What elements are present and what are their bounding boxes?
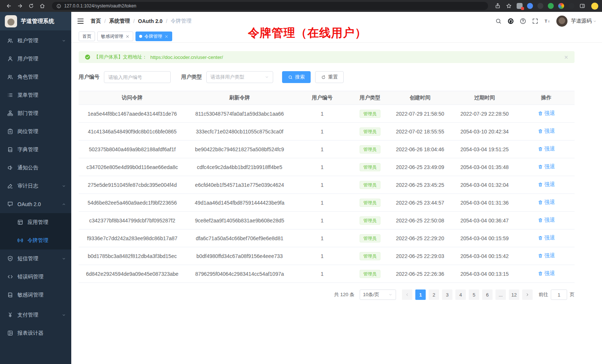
font-size-icon[interactable]: TT bbox=[541, 15, 553, 27]
sidebar-item-label: 审计日志 bbox=[17, 183, 58, 189]
layout-icon bbox=[7, 330, 13, 336]
sidebar-item-post[interactable]: 岗位管理 bbox=[0, 122, 71, 140]
breadcrumb-system[interactable]: 系统管理 bbox=[109, 18, 130, 24]
page-button-1[interactable]: 1 bbox=[415, 289, 426, 300]
menu-fold-icon[interactable] bbox=[76, 17, 85, 25]
site-info-icon[interactable] bbox=[56, 4, 61, 9]
book-icon bbox=[7, 146, 13, 153]
refresh-token-cell: be90422b8c7946218275a508bf524fc9 bbox=[186, 140, 294, 158]
more-pages-button[interactable]: ... bbox=[495, 289, 506, 300]
user-id-cell: 1 bbox=[293, 158, 351, 176]
sidebar-item-oauth2-token[interactable]: 令牌管理 bbox=[0, 231, 71, 249]
forward-icon[interactable] bbox=[15, 1, 25, 11]
sidebar-item-pay[interactable]: 支付管理 bbox=[0, 306, 71, 324]
page-button-2[interactable]: 2 bbox=[429, 289, 439, 300]
refresh-token-cell: 9ce8ef2aa9f14056b831ae9b608e28d5 bbox=[186, 212, 294, 229]
browser-profile-avatar[interactable] bbox=[591, 3, 598, 10]
user-type-cell: 管理员 bbox=[351, 140, 389, 158]
page-button-4[interactable]: 4 bbox=[455, 289, 466, 300]
force-logout-button[interactable]: 强退 bbox=[538, 163, 555, 170]
address-bar[interactable]: 127.0.0.1:1024/system/oauth2/token bbox=[52, 2, 488, 10]
close-icon[interactable] bbox=[125, 34, 130, 39]
bookmark-star-icon[interactable] bbox=[504, 1, 514, 11]
user-id-cell: 1 bbox=[293, 247, 351, 265]
share-icon[interactable] bbox=[493, 1, 503, 11]
page-button-12[interactable]: 12 bbox=[509, 289, 519, 300]
tab-home[interactable]: 首页 bbox=[79, 32, 95, 41]
sidebar-item-menu[interactable]: 菜单管理 bbox=[0, 86, 71, 104]
actions-cell: 强退 bbox=[518, 265, 575, 283]
sidebar-item-dept[interactable]: 部门管理 bbox=[0, 104, 71, 122]
yen-icon bbox=[7, 312, 13, 318]
reset-button[interactable]: 重置 bbox=[315, 71, 344, 83]
sidebar-item-report-designer[interactable]: 报表设计器 bbox=[0, 324, 71, 342]
user-name[interactable]: 芋道源码 bbox=[571, 18, 592, 24]
doc-link[interactable]: https://doc.iocoder.cn/user-center/ bbox=[150, 54, 223, 60]
user-type-cell: 管理员 bbox=[351, 229, 389, 247]
chevron-down-icon[interactable] bbox=[593, 19, 597, 23]
user-id-input[interactable] bbox=[104, 71, 171, 83]
force-logout-button[interactable]: 强退 bbox=[538, 110, 555, 117]
next-page-button[interactable] bbox=[522, 289, 533, 300]
fullscreen-icon[interactable] bbox=[529, 15, 541, 27]
page-button-3[interactable]: 3 bbox=[442, 289, 452, 300]
close-icon[interactable] bbox=[564, 55, 569, 60]
code-icon bbox=[7, 274, 13, 280]
side-panel-icon[interactable] bbox=[577, 1, 588, 11]
tab-token[interactable]: 令牌管理 bbox=[135, 32, 172, 41]
sidebar-item-role[interactable]: 角色管理 bbox=[0, 68, 71, 86]
page-button-5[interactable]: 5 bbox=[469, 289, 479, 300]
extension-icon-3[interactable] bbox=[537, 3, 543, 9]
force-logout-button[interactable]: 强退 bbox=[538, 199, 555, 206]
force-logout-button[interactable]: 强退 bbox=[538, 146, 555, 152]
close-icon[interactable] bbox=[164, 34, 169, 39]
search-button-label: 搜索 bbox=[295, 74, 305, 80]
app-icon bbox=[17, 219, 23, 225]
sidebar-item-notice[interactable]: 通知公告 bbox=[0, 159, 71, 177]
sidebar-item-audit-log[interactable]: 审计日志 bbox=[0, 177, 71, 195]
help-icon[interactable] bbox=[517, 15, 529, 27]
breadcrumb-oauth2[interactable]: OAuth 2.0 bbox=[138, 18, 163, 24]
sidebar-item-tenant[interactable]: 租户管理 bbox=[0, 32, 71, 50]
sidebar-item-dict[interactable]: 字典管理 bbox=[0, 140, 71, 159]
force-logout-button[interactable]: 强退 bbox=[538, 128, 555, 135]
force-logout-button[interactable]: 强退 bbox=[538, 217, 555, 224]
prev-page-button[interactable] bbox=[402, 289, 412, 300]
user-avatar[interactable] bbox=[556, 16, 567, 27]
user-type-select[interactable]: 请选择用户类型 bbox=[206, 71, 273, 83]
page-size-select[interactable]: 10条/页 bbox=[360, 289, 396, 300]
delete-icon bbox=[538, 146, 543, 152]
sidebar-item-label: 令牌管理 bbox=[27, 237, 66, 244]
browser-toolbar: 127.0.0.1:1024/system/oauth2/token bbox=[0, 0, 602, 12]
sidebar-item-sms[interactable]: 短信管理 bbox=[0, 249, 71, 268]
page-button-6[interactable]: 6 bbox=[482, 289, 493, 300]
extension-icon-1[interactable] bbox=[517, 3, 523, 9]
back-icon[interactable] bbox=[4, 1, 14, 11]
force-logout-button[interactable]: 强退 bbox=[538, 270, 555, 277]
extension-icon-6[interactable] bbox=[569, 3, 575, 9]
breadcrumb-home[interactable]: 首页 bbox=[91, 18, 101, 24]
sidebar-item-sensitive-word[interactable]: 敏感词管理 bbox=[0, 286, 71, 304]
sidebar-item-oauth2[interactable]: OAuth 2.0 bbox=[0, 195, 71, 213]
home-icon[interactable] bbox=[37, 1, 48, 11]
github-icon[interactable] bbox=[504, 15, 517, 27]
search-icon[interactable] bbox=[492, 15, 504, 27]
sidebar-item-oauth2-client[interactable]: 应用管理 bbox=[0, 213, 71, 231]
extension-icon-2[interactable] bbox=[527, 3, 533, 9]
col-expires-at: 过期时间 bbox=[451, 91, 518, 105]
extension-icon-4[interactable] bbox=[548, 3, 554, 9]
sidebar-item-error-code[interactable]: 错误码管理 bbox=[0, 268, 71, 286]
sidebar-item-user[interactable]: 用户管理 bbox=[0, 50, 71, 68]
tab-sensitive-word[interactable]: 敏感词管理 bbox=[97, 32, 133, 41]
search-button[interactable]: 搜索 bbox=[282, 71, 311, 83]
reload-icon[interactable] bbox=[26, 1, 36, 11]
sidebar-item-label: 字典管理 bbox=[17, 146, 66, 153]
force-logout-button[interactable]: 强退 bbox=[538, 252, 555, 259]
goto-page-input[interactable] bbox=[551, 289, 567, 300]
force-logout-button[interactable]: 强退 bbox=[538, 181, 555, 188]
app-logo[interactable]: 芋道管理系统 bbox=[0, 12, 71, 30]
extension-icon-5[interactable] bbox=[558, 3, 564, 9]
doc-alert: 【用户体系】文档地址： https://doc.iocoder.cn/user-… bbox=[79, 51, 575, 63]
user-type-tag: 管理员 bbox=[360, 199, 380, 207]
force-logout-button[interactable]: 强退 bbox=[538, 235, 555, 241]
